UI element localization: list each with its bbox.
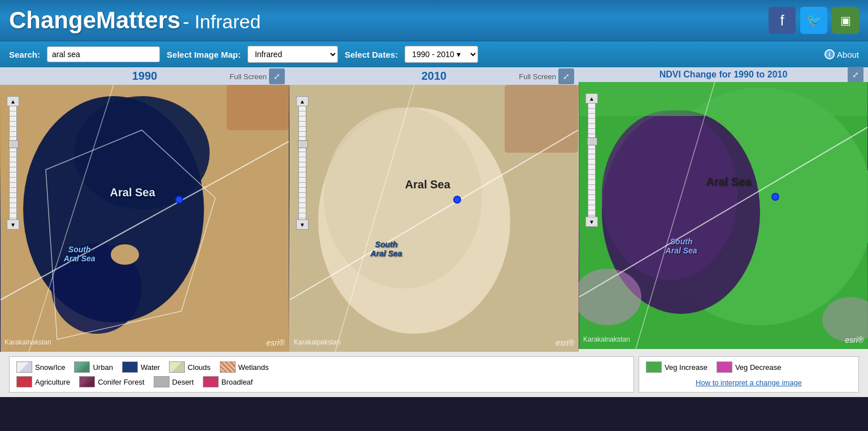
swatch-agriculture xyxy=(16,376,32,387)
zoom-thumb-2010[interactable] xyxy=(298,140,308,148)
svg-point-21 xyxy=(579,269,641,325)
zoom-in-1990[interactable]: ▲ xyxy=(7,96,19,106)
zoom-in-2010[interactable]: ▲ xyxy=(296,96,309,106)
swatch-clouds xyxy=(169,361,185,373)
map-label-aral-1990: Aral Sea xyxy=(110,186,155,199)
legend-broadleaf: Broadleaf xyxy=(203,376,253,387)
legend-row-1: Snow/Ice Urban Water Clouds Wetlands xyxy=(16,361,627,373)
legend-clouds: Clouds xyxy=(169,361,210,373)
app-header: ChangeMatters - Infrared f 🐦 ▣ xyxy=(0,0,868,41)
zoom-out-2010[interactable]: ▼ xyxy=(296,219,309,230)
zoom-track-1990 xyxy=(9,106,17,219)
swatch-conifer xyxy=(79,376,95,387)
dates-select[interactable]: 1990 - 2010 ▾ 2000 - 2010 1990 - 2000 xyxy=(405,46,478,63)
svg-rect-8 xyxy=(290,85,578,352)
map-svg-2010 xyxy=(289,85,579,352)
zoom-slider-ndvi[interactable]: ▲ ▼ xyxy=(585,93,598,227)
ndvi-interpret-link[interactable]: How to interpret a change image xyxy=(646,378,852,387)
zoom-track-2010 xyxy=(298,106,306,219)
legend: Snow/Ice Urban Water Clouds Wetlands xyxy=(0,352,868,397)
search-input[interactable] xyxy=(47,46,160,62)
swatch-water xyxy=(122,361,138,373)
image-map-label: Select Image Map: xyxy=(167,50,241,59)
svg-line-15 xyxy=(290,130,578,300)
svg-line-6 xyxy=(29,85,114,352)
zoom-in-ndvi[interactable]: ▲ xyxy=(585,93,598,104)
about-button[interactable]: i About xyxy=(824,49,859,59)
map-image-1990[interactable]: Aral Sea South Aral Sea ▲ ▼ esri® Karaka… xyxy=(0,85,289,352)
zoom-thumb-1990[interactable] xyxy=(8,140,19,148)
map-panels: 1990 Full Screen ⤢ xyxy=(0,67,868,352)
app-subtitle: - Infrared xyxy=(183,11,261,33)
map-label-aral-2010: Aral Sea xyxy=(405,178,450,191)
zoom-slider-1990[interactable]: ▲ ▼ xyxy=(7,96,19,230)
fullscreen-button-ndvi[interactable]: ⤢ xyxy=(848,67,863,83)
social-icons: f 🐦 ▣ xyxy=(769,7,859,34)
zoom-ticks-ndvi xyxy=(588,104,595,217)
ndvi-title: NDVI Change for 1990 to 2010 xyxy=(659,70,788,80)
svg-rect-7 xyxy=(227,85,289,130)
svg-point-20 xyxy=(602,110,737,280)
legend-right: Veg Increase Veg Decrease How to interpr… xyxy=(639,356,859,393)
label-wetlands: Wetlands xyxy=(238,363,269,372)
label-snow: Snow/Ice xyxy=(35,363,65,372)
legend-desert: Desert xyxy=(154,376,194,387)
esri-ndvi: esri® xyxy=(845,335,863,344)
panel-2010-header: 2010 Full Screen ⤢ xyxy=(289,67,579,85)
swatch-desert xyxy=(154,376,170,387)
fullscreen-label-1990: Full Screen xyxy=(229,72,267,80)
label-clouds: Clouds xyxy=(188,363,210,372)
swatch-wetlands xyxy=(220,361,236,373)
map-label-south-ndvi: South Aral Sea xyxy=(666,237,697,255)
swatch-snow xyxy=(16,361,32,373)
label-veg-decrease: Veg Decrease xyxy=(735,363,782,372)
fullscreen-button-1990[interactable]: ⤢ xyxy=(269,68,285,84)
marker-1990 xyxy=(175,196,183,204)
legend-water: Water xyxy=(122,361,160,373)
map-label-south-2010: South Aral Sea xyxy=(370,240,402,258)
facebook-button[interactable]: f xyxy=(769,7,796,34)
toolbar: Search: Select Image Map: Infrared Natur… xyxy=(0,41,868,67)
label-broadleaf: Broadleaf xyxy=(222,378,253,386)
legend-agriculture: Agriculture xyxy=(16,376,70,387)
map-svg-1990 xyxy=(0,85,289,352)
zoom-track-ndvi xyxy=(588,104,596,217)
legend-conifer: Conifer Forest xyxy=(79,376,144,387)
swatch-veg-decrease xyxy=(717,361,732,373)
legend-ndvi-row: Veg Increase Veg Decrease xyxy=(646,361,852,373)
twitter-button[interactable]: 🐦 xyxy=(800,7,827,34)
zoom-ticks-1990 xyxy=(10,106,16,219)
map-label-south-1990: South Aral Sea xyxy=(64,245,96,263)
panel-ndvi-header: NDVI Change for 1990 to 2010 ⤢ xyxy=(579,67,868,82)
swatch-veg-increase xyxy=(646,361,662,373)
year-2010: 2010 xyxy=(422,70,447,83)
image-map-select[interactable]: Infrared Natural Color NDVI xyxy=(248,46,338,63)
zoom-thumb-ndvi[interactable] xyxy=(587,137,597,145)
esri-2010: esri® xyxy=(555,338,574,347)
label-urban: Urban xyxy=(93,363,112,372)
fullscreen-button-2010[interactable]: ⤢ xyxy=(558,68,574,84)
map-image-2010[interactable]: Aral Sea South Aral Sea ▲ ▼ esri® Karaka… xyxy=(289,85,579,352)
marker-ndvi xyxy=(771,193,779,201)
legend-left: Snow/Ice Urban Water Clouds Wetlands xyxy=(9,356,634,393)
legend-snow-ice: Snow/Ice xyxy=(16,361,65,373)
svg-line-24 xyxy=(579,127,867,297)
svg-point-1 xyxy=(23,96,204,322)
label-water: Water xyxy=(141,363,160,372)
dates-label: Select Dates: xyxy=(345,50,398,59)
map-panel-2010: 2010 Full Screen ⤢ xyxy=(289,67,579,352)
app-button[interactable]: ▣ xyxy=(832,7,859,34)
label-conifer: Conifer Forest xyxy=(98,378,144,386)
legend-veg-decrease: Veg Decrease xyxy=(717,361,782,373)
swatch-broadleaf xyxy=(203,376,219,387)
esri-1990: esri® xyxy=(266,338,285,347)
map-image-ndvi[interactable]: Aral Sea South Aral Sea ▲ ▼ esri® Karaka… xyxy=(579,82,868,349)
zoom-out-1990[interactable]: ▼ xyxy=(7,219,19,230)
map-svg-ndvi xyxy=(579,82,868,349)
zoom-slider-2010[interactable]: ▲ ▼ xyxy=(296,96,309,230)
zoom-out-ndvi[interactable]: ▼ xyxy=(585,217,598,227)
info-icon: i xyxy=(824,49,835,59)
svg-line-16 xyxy=(335,85,414,352)
map-panel-1990: 1990 Full Screen ⤢ xyxy=(0,67,289,352)
legend-urban: Urban xyxy=(74,361,112,373)
